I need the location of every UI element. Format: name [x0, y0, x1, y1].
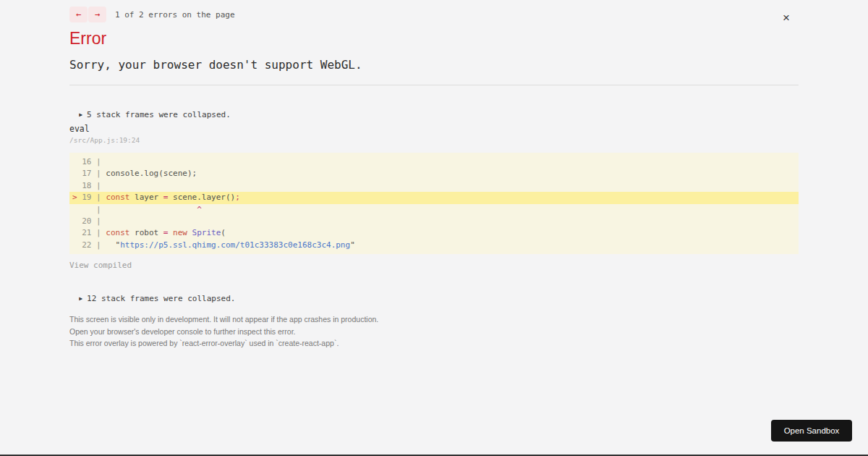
code-line: | ^ — [69, 204, 799, 216]
close-icon: × — [783, 11, 790, 25]
code-line: 21 | const robot = new Sprite( — [69, 227, 799, 239]
footer-note: Open your browser's developer console to… — [69, 326, 378, 338]
arrow-left-icon: ← — [76, 7, 81, 22]
close-button[interactable]: × — [781, 10, 791, 25]
frame-location: /src/App.js:19:24 — [69, 136, 140, 144]
footer-notes: This screen is visible only in developme… — [69, 313, 378, 350]
code-line: 22 | "https://p5.ssl.qhimg.com/t01c33383… — [69, 240, 799, 251]
code-block: 16 | 17 | console.log(scene); 18 | > 19 … — [69, 153, 799, 254]
collapsed-frames-toggle-top[interactable]: ▶5 stack frames were collapsed. — [69, 101, 231, 119]
error-title: Error — [69, 29, 106, 48]
open-sandbox-button[interactable]: Open Sandbox — [771, 420, 852, 442]
code-line: 17 | console.log(scene); — [69, 168, 799, 180]
collapsed-frames-label: 12 stack frames were collapsed. — [87, 294, 235, 303]
code-line: > 19 | const layer = scene.layer(); — [69, 192, 799, 203]
footer-note: This screen is visible only in developme… — [69, 313, 378, 326]
error-count-label: 1 of 2 errors on the page — [115, 10, 235, 20]
arrow-right-icon: → — [95, 7, 100, 22]
next-error-button[interactable]: → — [88, 7, 106, 22]
collapsed-frames-label: 5 stack frames were collapsed. — [87, 110, 231, 119]
triangle-right-icon: ▶ — [79, 111, 82, 118]
triangle-right-icon: ▶ — [79, 295, 82, 302]
error-message: Sorry, your browser doesn't support WebG… — [69, 58, 362, 72]
collapsed-frames-toggle-bottom[interactable]: ▶12 stack frames were collapsed. — [69, 284, 235, 303]
open-sandbox-label: Open Sandbox — [784, 426, 840, 435]
code-line: 20 | — [69, 216, 799, 227]
error-navigation: ← → 1 of 2 errors on the page — [69, 7, 235, 22]
view-compiled-link[interactable]: View compiled — [69, 261, 132, 270]
code-line: 18 | — [69, 180, 799, 192]
divider — [69, 85, 799, 85]
previous-error-button[interactable]: ← — [69, 7, 88, 22]
frame-function-name: eval — [69, 124, 90, 134]
footer-note: This error overlay is powered by `react-… — [69, 337, 378, 350]
code-line: 16 | — [69, 156, 799, 168]
